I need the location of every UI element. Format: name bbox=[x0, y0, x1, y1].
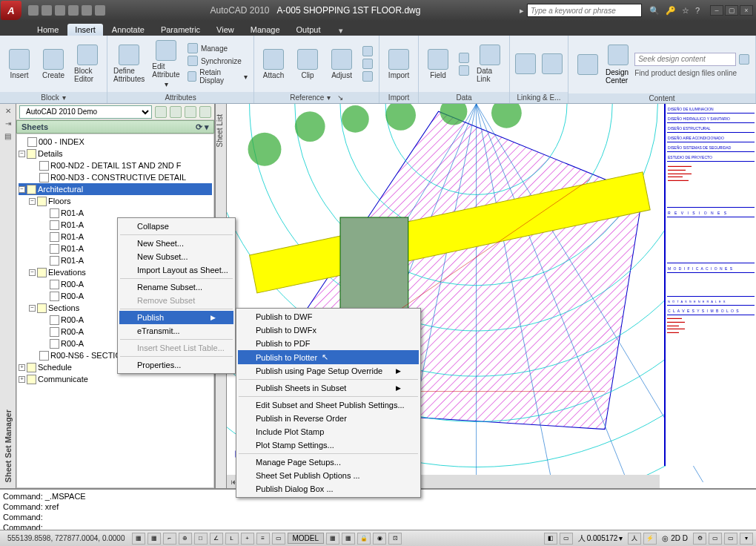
edit-attribute-button[interactable]: Edit Attribute▾ bbox=[149, 38, 183, 90]
ctx-etransmit[interactable]: eTransmit... bbox=[119, 324, 233, 338]
tab-manage[interactable]: Manage bbox=[243, 24, 288, 36]
osnap-toggle[interactable]: □ bbox=[194, 533, 208, 545]
snap-toggle[interactable]: ▦ bbox=[132, 533, 145, 545]
ctx-sheetset-publish-options[interactable]: Sheet Set Publish Options ... bbox=[238, 469, 419, 482]
dyn-toggle[interactable]: + bbox=[241, 533, 254, 545]
sb-ws-icon[interactable]: ⚙ bbox=[693, 533, 706, 545]
retain-display-button[interactable]: Retain Display ▾ bbox=[185, 68, 251, 85]
data-opt2-button[interactable] bbox=[456, 65, 472, 76]
visual-style[interactable]: ◎ 2D D bbox=[659, 534, 691, 542]
ribbon-title-reference[interactable]: Reference ▾ ↘ bbox=[254, 92, 379, 103]
ssm-menu-icon[interactable]: ▤ bbox=[4, 132, 11, 140]
ctx-publish-dwf[interactable]: Publish to DWF bbox=[238, 310, 419, 323]
sb-tool4[interactable]: ⊡ bbox=[388, 533, 402, 545]
ref-opt1-button[interactable] bbox=[359, 45, 376, 57]
ssm-close-icon[interactable]: ✕ bbox=[5, 107, 11, 115]
ctx-properties[interactable]: Properties... bbox=[119, 358, 233, 372]
tree-floors[interactable]: −Floors bbox=[19, 195, 212, 207]
polar-toggle[interactable]: ⊕ bbox=[179, 533, 192, 545]
annotation-scale[interactable]: 人 0.005172 ▾ bbox=[575, 533, 626, 544]
ctx-include-stamp[interactable]: Include Plot Stamp bbox=[238, 425, 419, 438]
ctx-collapse[interactable]: Collapse bbox=[119, 220, 233, 233]
ortho-toggle[interactable]: ⌐ bbox=[163, 533, 176, 545]
infocenter-search-input[interactable] bbox=[527, 4, 642, 17]
coordinates[interactable]: 555139.8598, 727877.0004, 0.0000 bbox=[3, 534, 130, 542]
minimize-button[interactable]: – bbox=[710, 5, 723, 16]
tree-communicate[interactable]: +Communicate bbox=[19, 373, 212, 385]
tab-output[interactable]: Output bbox=[289, 24, 328, 36]
content-btn1[interactable] bbox=[574, 39, 601, 91]
star-icon[interactable]: ☆ bbox=[682, 6, 689, 16]
sb-anno2[interactable]: ⚡ bbox=[643, 533, 657, 545]
sb-tray2[interactable]: ▭ bbox=[724, 533, 737, 545]
create-block-button[interactable]: Create bbox=[37, 38, 70, 90]
ctx-rename-subset[interactable]: Rename Subset... bbox=[119, 280, 233, 294]
ctx-stamp-settings[interactable]: Plot Stamp Settings... bbox=[238, 438, 419, 452]
ribbon-expand-icon[interactable]: ▾ bbox=[339, 26, 343, 36]
data-link-button[interactable]: Data Link bbox=[474, 38, 506, 90]
import-button[interactable]: Import bbox=[382, 38, 415, 90]
sheetset-combo[interactable]: AutoCAD 2010 Demo bbox=[19, 105, 152, 119]
sb-lock-icon[interactable]: 🔒 bbox=[357, 533, 371, 545]
ctx-reverse-order[interactable]: Publish in Reverse Order bbox=[238, 412, 419, 425]
insert-block-button[interactable]: Insert bbox=[3, 38, 36, 90]
synchronize-button[interactable]: Synchronize bbox=[185, 55, 251, 67]
otrack-toggle[interactable]: ∠ bbox=[210, 533, 223, 545]
sb-tray1[interactable]: ▭ bbox=[709, 533, 722, 545]
ctx-publish-override[interactable]: Publish using Page Setup Override▶ bbox=[238, 364, 419, 378]
ctx-new-subset[interactable]: New Subset... bbox=[119, 250, 233, 263]
tab-home[interactable]: Home bbox=[30, 24, 66, 36]
ctx-publish-subset[interactable]: Publish Sheets in Subset▶ bbox=[238, 381, 419, 395]
ctx-edit-subset-settings[interactable]: Edit Subset and Sheet Publish Settings..… bbox=[238, 398, 419, 412]
ducs-toggle[interactable]: L bbox=[225, 533, 239, 545]
sb-nav1[interactable]: ◧ bbox=[544, 533, 557, 545]
qat-plot-icon[interactable] bbox=[95, 5, 105, 16]
ctx-publish[interactable]: Publish▶ bbox=[119, 311, 233, 324]
seek-go-icon[interactable] bbox=[739, 54, 749, 65]
grid-toggle[interactable]: ▦ bbox=[147, 533, 161, 545]
key-icon[interactable]: 🔑 bbox=[666, 6, 676, 16]
define-attributes-button[interactable]: Define Attributes bbox=[110, 38, 147, 90]
sheets-header[interactable]: Sheets⟳ ▾ bbox=[16, 120, 214, 134]
field-button[interactable]: Field bbox=[422, 38, 454, 90]
qat-save-icon[interactable] bbox=[55, 5, 65, 16]
close-button[interactable]: × bbox=[740, 5, 753, 16]
tab-annotate[interactable]: Annotate bbox=[105, 24, 152, 36]
tree-architectural[interactable]: −Architectural bbox=[19, 183, 212, 195]
app-logo[interactable]: A bbox=[1, 1, 21, 20]
sb-tray3[interactable]: ▾ bbox=[740, 533, 753, 545]
adjust-button[interactable]: Adjust bbox=[325, 38, 358, 90]
ssm-tool1-icon[interactable] bbox=[155, 106, 167, 118]
block-editor-button[interactable]: Block Editor bbox=[71, 38, 104, 90]
ssm-tool2-icon[interactable] bbox=[170, 106, 182, 118]
ctx-publish-pdf[interactable]: Publish to PDF bbox=[238, 337, 419, 350]
ref-opt3-button[interactable] bbox=[359, 70, 376, 82]
sb-tool1[interactable]: ▦ bbox=[326, 533, 339, 545]
qat-redo-icon[interactable] bbox=[82, 5, 92, 16]
ctx-publish-plotter[interactable]: Publish to Plotter↖ bbox=[238, 350, 419, 364]
ctx-import-layout[interactable]: Import Layout as Sheet... bbox=[119, 263, 233, 277]
ctx-publish-dwfx[interactable]: Publish to DWFx bbox=[238, 323, 419, 337]
ssm-tool3-icon[interactable] bbox=[185, 106, 196, 118]
qat-undo-icon[interactable] bbox=[68, 5, 79, 16]
lwt-toggle[interactable]: ≡ bbox=[256, 533, 270, 545]
seek-input[interactable] bbox=[634, 53, 736, 66]
ssm-tool4-icon[interactable] bbox=[199, 106, 211, 118]
design-center-button[interactable]: Design Center bbox=[606, 45, 630, 85]
qp-toggle[interactable]: ▭ bbox=[272, 533, 285, 545]
ssm-pin-icon[interactable]: ⇥ bbox=[5, 119, 11, 128]
qat-new-icon[interactable] bbox=[28, 5, 39, 16]
tab-view[interactable]: View bbox=[209, 24, 242, 36]
tree-index[interactable]: 000 - INDEX bbox=[19, 136, 212, 148]
help-icon[interactable]: ? bbox=[695, 6, 700, 16]
ribbon-title-block[interactable]: Block ▾ bbox=[0, 92, 107, 103]
sb-tool2[interactable]: ▦ bbox=[342, 533, 355, 545]
tree-details[interactable]: −Details bbox=[19, 148, 212, 159]
ctx-new-sheet[interactable]: New Sheet... bbox=[119, 237, 233, 250]
maximize-button[interactable]: ▢ bbox=[725, 5, 738, 16]
linking-btn2[interactable] bbox=[540, 38, 565, 90]
sb-tool3[interactable]: ◉ bbox=[373, 533, 386, 545]
tree-detail1[interactable]: R00-ND2 - DETAIL 1ST AND 2ND F bbox=[19, 159, 212, 171]
tree-detail2[interactable]: R00-ND3 - CONSTRUCTIVE DETAIL bbox=[19, 171, 212, 183]
clip-button[interactable]: Clip bbox=[291, 38, 324, 90]
